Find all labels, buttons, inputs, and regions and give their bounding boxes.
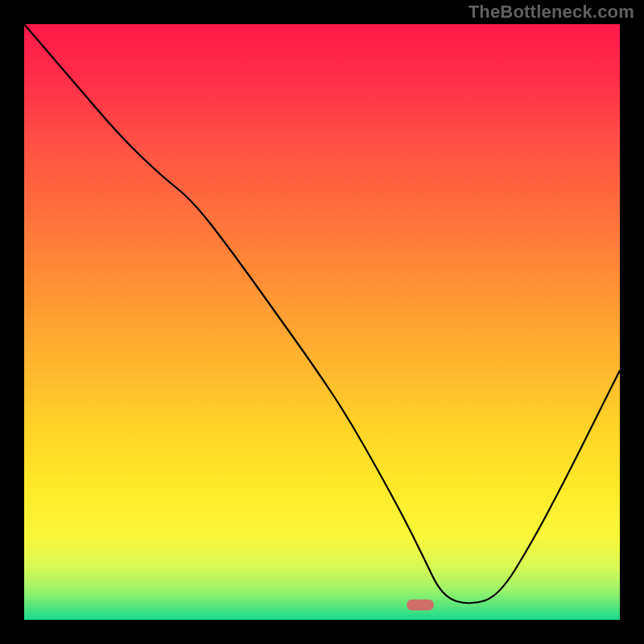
- watermark-text: TheBottleneck.com: [469, 2, 634, 23]
- plot-area: [24, 24, 620, 620]
- bottleneck-curve: [24, 24, 620, 603]
- chart-frame: TheBottleneck.com: [0, 0, 644, 644]
- curve-layer: [24, 24, 620, 620]
- optimal-marker: [407, 600, 433, 610]
